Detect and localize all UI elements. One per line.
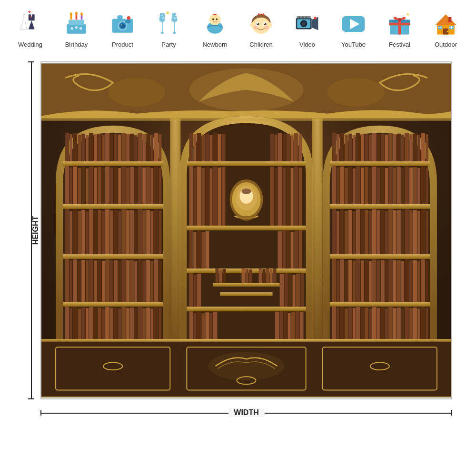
svg-point-44	[302, 21, 306, 26]
svg-rect-90	[121, 133, 126, 161]
svg-rect-359	[283, 168, 286, 226]
svg-rect-390	[189, 273, 193, 307]
category-item-youtube[interactable]: YouTube	[333, 10, 374, 48]
svg-rect-326	[197, 133, 201, 161]
category-item-outdoor[interactable]: Outdoor	[425, 10, 466, 48]
svg-rect-175	[65, 307, 69, 340]
svg-rect-396	[293, 275, 296, 307]
svg-rect-283	[365, 260, 368, 302]
svg-rect-209	[369, 135, 372, 161]
svg-rect-399	[189, 311, 193, 340]
svg-rect-142	[130, 210, 134, 254]
svg-rect-287	[381, 260, 385, 302]
width-label: WIDTH	[228, 408, 264, 417]
category-item-video[interactable]: Video	[287, 10, 328, 48]
svg-point-21	[174, 17, 176, 19]
svg-rect-157	[89, 259, 93, 302]
svg-rect-369	[197, 231, 201, 268]
svg-rect-318	[409, 308, 413, 340]
svg-rect-317	[405, 307, 409, 340]
svg-rect-104	[78, 168, 81, 204]
category-item-festival[interactable]: Festival	[379, 10, 420, 48]
svg-rect-126	[65, 209, 69, 254]
svg-rect-410	[291, 312, 296, 340]
svg-rect-338	[291, 135, 294, 161]
birthday-icon	[62, 10, 91, 38]
svg-rect-205	[353, 135, 356, 161]
svg-rect-75	[63, 161, 163, 166]
svg-rect-133	[94, 210, 97, 254]
svg-rect-295	[413, 260, 417, 302]
svg-rect-304	[353, 308, 356, 340]
svg-rect-312	[385, 308, 388, 340]
svg-rect-262	[381, 210, 385, 254]
svg-point-39	[265, 26, 268, 29]
svg-rect-234	[369, 168, 372, 204]
svg-point-28	[214, 13, 216, 15]
svg-rect-382	[245, 269, 248, 283]
svg-rect-350	[201, 168, 205, 226]
svg-rect-48	[306, 16, 307, 18]
svg-rect-210	[372, 133, 377, 161]
svg-rect-214	[388, 133, 393, 161]
svg-point-23	[175, 14, 177, 16]
svg-rect-310	[377, 308, 380, 340]
svg-rect-114	[118, 168, 121, 204]
svg-rect-151	[65, 259, 69, 302]
category-item-birthday[interactable]: Birthday	[56, 10, 97, 48]
svg-rect-169	[138, 259, 142, 302]
svg-rect-267	[401, 211, 404, 254]
category-item-party[interactable]: Party	[148, 10, 189, 48]
svg-rect-113	[114, 167, 118, 204]
svg-rect-306	[361, 308, 364, 340]
children-icon	[247, 10, 276, 38]
svg-rect-195	[146, 307, 150, 340]
svg-rect-123	[154, 167, 158, 204]
svg-rect-102	[69, 168, 72, 204]
svg-rect-300	[337, 308, 339, 340]
svg-rect-139	[118, 211, 121, 254]
svg-rect-412	[300, 312, 304, 340]
svg-rect-74	[312, 119, 323, 340]
svg-rect-156	[86, 260, 89, 302]
svg-rect-228	[345, 168, 348, 204]
svg-rect-298	[426, 260, 428, 302]
svg-rect-122	[150, 168, 153, 204]
svg-rect-408	[284, 312, 288, 340]
svg-rect-387	[270, 269, 273, 283]
category-item-children[interactable]: Children	[240, 10, 282, 48]
svg-rect-125	[63, 254, 163, 259]
category-item-wedding[interactable]: Wedding	[10, 10, 51, 48]
svg-rect-402	[201, 313, 205, 340]
svg-rect-106	[86, 169, 89, 204]
svg-rect-213	[385, 135, 388, 161]
svg-rect-182	[94, 308, 97, 340]
svg-rect-286	[377, 260, 380, 302]
svg-rect-316	[401, 308, 404, 340]
svg-rect-231	[356, 167, 360, 204]
svg-rect-1	[67, 24, 86, 33]
svg-rect-266	[397, 210, 401, 254]
category-item-product[interactable]: Product	[102, 10, 143, 48]
svg-rect-242	[401, 168, 404, 204]
svg-rect-129	[78, 211, 81, 254]
svg-rect-222	[421, 133, 425, 161]
svg-rect-389	[187, 307, 306, 311]
svg-rect-150	[63, 302, 163, 307]
svg-rect-423	[41, 119, 451, 121]
category-item-newborn[interactable]: Newborn	[194, 10, 236, 48]
svg-rect-91	[126, 134, 129, 161]
svg-rect-191	[130, 307, 134, 340]
svg-rect-79	[78, 135, 81, 161]
svg-rect-360	[287, 167, 290, 226]
svg-rect-172	[150, 261, 153, 302]
svg-rect-196	[150, 308, 153, 340]
svg-rect-241	[397, 167, 401, 204]
svg-rect-254	[348, 210, 352, 254]
svg-rect-105	[81, 167, 85, 204]
svg-rect-135	[102, 211, 105, 254]
svg-rect-185	[105, 307, 109, 340]
svg-rect-158	[94, 260, 97, 302]
svg-rect-395	[288, 274, 292, 307]
svg-rect-348	[193, 168, 196, 226]
